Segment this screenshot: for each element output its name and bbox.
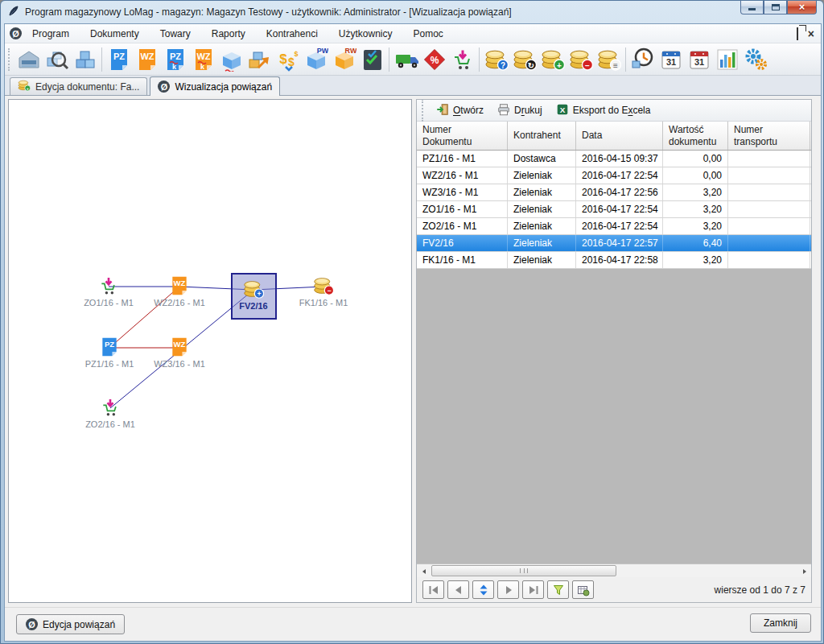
orders-icon[interactable] bbox=[448, 45, 476, 74]
zw-return-icon[interactable] bbox=[245, 45, 274, 74]
pz-correction-icon[interactable]: PZk bbox=[161, 45, 189, 74]
wz-document-icon[interactable]: WZ bbox=[133, 45, 161, 74]
rw-issue-icon[interactable]: RW bbox=[330, 45, 358, 74]
inventory-icon[interactable] bbox=[358, 45, 386, 74]
minimize-button[interactable] bbox=[740, 0, 764, 14]
menu-item-pomoc[interactable]: Pomoc bbox=[403, 25, 454, 43]
discount-icon[interactable]: % bbox=[420, 45, 448, 74]
cell: 3,20 bbox=[663, 184, 728, 200]
search-goods-icon[interactable] bbox=[43, 45, 71, 74]
column-header-kontrahent[interactable]: Kontrahent bbox=[508, 122, 576, 150]
sort-button[interactable] bbox=[472, 580, 494, 599]
node-label: PZ1/16 - M1 bbox=[85, 359, 134, 369]
column-header-numer-transportu[interactable]: Numer transportu bbox=[728, 122, 810, 150]
column-header-warto-dokumentu[interactable]: Wartość dokumentu bbox=[663, 122, 728, 150]
table-row-zo1-16-m1[interactable]: ZO1/16 - M1Zieleniak2016-04-17 22:543,20 bbox=[417, 201, 811, 218]
pw-receipt-icon[interactable]: PW bbox=[302, 45, 330, 74]
node-label: ZO1/16 - M1 bbox=[84, 298, 134, 308]
calendar-blue-icon[interactable]: 31 bbox=[657, 45, 685, 74]
cell: Zieleniak bbox=[508, 184, 576, 200]
mdi-restore-button[interactable] bbox=[797, 28, 798, 39]
next-page-button[interactable] bbox=[497, 580, 519, 599]
warehouse-icon[interactable] bbox=[14, 45, 43, 74]
pager-status: wiersze od 1 do 7 z 7 bbox=[715, 584, 805, 596]
toolbar-grip[interactable] bbox=[422, 99, 425, 122]
scroll-left-arrow-icon[interactable] bbox=[418, 565, 430, 577]
calendar-red-icon[interactable]: 31 bbox=[685, 45, 713, 74]
close-button[interactable]: × bbox=[787, 0, 817, 14]
diagram-node-fk1-16-m1[interactable]: − bbox=[313, 275, 334, 299]
history-icon[interactable] bbox=[628, 45, 657, 74]
table-row-fk1-16-m1[interactable]: FK1/16 - M1Zieleniak2016-04-17 22:583,20 bbox=[417, 252, 811, 269]
drukuj-button[interactable]: Drukuj bbox=[491, 101, 548, 121]
menu-item-u-ytkownicy[interactable]: Użytkownicy bbox=[328, 25, 403, 43]
table-row-zo2-16-m1[interactable]: ZO2/16 - M1Zieleniak2016-04-17 22:543,20 bbox=[417, 218, 811, 235]
grid-settings-button[interactable] bbox=[572, 580, 594, 599]
excel-icon: X bbox=[555, 102, 570, 119]
scrollbar-thumb[interactable] bbox=[431, 565, 616, 576]
close-view-button[interactable]: Zamknij bbox=[750, 613, 811, 633]
menu-item-kontrahenci[interactable]: Kontrahenci bbox=[256, 25, 328, 43]
menu-item-towary[interactable]: Towary bbox=[150, 25, 201, 43]
cell: PZ1/16 - M1 bbox=[417, 151, 508, 167]
diagram-node-fv2-16[interactable]: + bbox=[243, 279, 264, 302]
lomag-compass-icon: Ø bbox=[26, 618, 38, 630]
price-change-icon[interactable]: $$$ bbox=[274, 45, 302, 74]
wz-correction-icon[interactable]: WZk bbox=[189, 45, 217, 74]
menu-item-raporty[interactable]: Raporty bbox=[201, 25, 256, 43]
table-row-fv2-16[interactable]: FV2/16Zieleniak2016-04-17 22:576,40 bbox=[417, 235, 811, 252]
eksport-do-excela-button[interactable]: XEksport do Excela bbox=[550, 101, 657, 121]
column-header-data[interactable]: Data bbox=[576, 122, 663, 150]
toolbar-grip[interactable] bbox=[8, 48, 11, 71]
coins-report-icon[interactable]: ≡ bbox=[595, 45, 623, 74]
action-label: Eksport do Excela bbox=[573, 105, 651, 116]
cell: 3,20 bbox=[663, 201, 728, 217]
diagram-node-pz1-16-m1[interactable]: PZ bbox=[99, 336, 120, 360]
table-row-wz2-16-m1[interactable]: WZ2/16 - M1Zieleniak2016-04-17 22:540,00 bbox=[417, 167, 811, 184]
menu-item-dokumenty[interactable]: Dokumenty bbox=[80, 25, 150, 43]
coins-search-icon[interactable]: ? bbox=[482, 45, 510, 74]
record-navigator: wiersze od 1 do 7 z 7 bbox=[417, 577, 811, 602]
delivery-icon[interactable] bbox=[392, 45, 420, 74]
prev-page-button[interactable] bbox=[447, 580, 469, 599]
last-page-button[interactable] bbox=[522, 580, 544, 599]
mdi-close-button[interactable]: × bbox=[808, 28, 814, 39]
table-row-pz1-16-m1[interactable]: PZ1/16 - M1Dostawca2016-04-15 09:370,00 bbox=[417, 151, 811, 167]
first-page-button[interactable] bbox=[422, 580, 444, 599]
coins-remove-icon[interactable]: − bbox=[566, 45, 595, 74]
svg-text:X: X bbox=[559, 105, 565, 114]
menu-item-program[interactable]: Program bbox=[22, 25, 80, 43]
table-header-row: Numer DokumentuKontrahentDataWartość dok… bbox=[417, 122, 811, 151]
edit-links-button[interactable]: Ø Edycja powiązań bbox=[16, 614, 125, 634]
cell: 3,20 bbox=[663, 252, 728, 268]
settings-icon[interactable] bbox=[741, 45, 769, 74]
table-row-wz3-16-m1[interactable]: WZ3/16 - M1Zieleniak2016-04-17 22:563,20 bbox=[417, 184, 811, 201]
diagram-node-wz3-16-m1[interactable]: WZ bbox=[169, 336, 190, 360]
cell: Zieleniak bbox=[508, 167, 576, 184]
title-bar[interactable]: Program magazynowy LoMag - magazyn: Maga… bbox=[1, 1, 823, 23]
diagram-canvas[interactable]: ZO1/16 - M1WZWZ2/16 - M1+FV2/16−FK1/16 -… bbox=[8, 99, 412, 603]
mm-shift-icon[interactable] bbox=[217, 45, 245, 74]
svg-text:+: + bbox=[27, 86, 29, 91]
cell bbox=[728, 201, 810, 217]
diagram-node-zo1-16-m1[interactable] bbox=[98, 275, 119, 299]
diagram-node-zo2-16-m1[interactable] bbox=[100, 397, 121, 420]
svg-text:−: − bbox=[327, 287, 331, 295]
tab-wizualizacja-powiazan[interactable]: Ø Wizualizacja powiązań bbox=[150, 76, 280, 96]
statistics-icon[interactable] bbox=[713, 45, 741, 74]
restore-button[interactable] bbox=[764, 0, 787, 14]
svg-text:WZ: WZ bbox=[174, 340, 186, 349]
cell bbox=[728, 184, 810, 200]
coins-add-icon[interactable]: + bbox=[538, 45, 566, 74]
tab-edycja-dokumentu[interactable]: + Edycja dokumentu: Fa... bbox=[10, 77, 147, 95]
horizontal-scrollbar[interactable] bbox=[417, 564, 811, 577]
pz-document-icon[interactable]: PZ bbox=[105, 45, 133, 74]
svg-text:WZ: WZ bbox=[196, 52, 210, 61]
scroll-right-arrow-icon[interactable] bbox=[798, 565, 810, 577]
filter-button[interactable] bbox=[547, 580, 569, 599]
diagram-node-wz2-16-m1[interactable]: WZ bbox=[169, 275, 190, 299]
column-header-numer-dokumentu[interactable]: Numer Dokumentu bbox=[417, 122, 508, 150]
otw-rz-button[interactable]: Otwórz bbox=[430, 101, 489, 121]
goods-icon[interactable] bbox=[71, 45, 99, 74]
coins-exchange-icon[interactable]: ↻ bbox=[510, 45, 538, 74]
